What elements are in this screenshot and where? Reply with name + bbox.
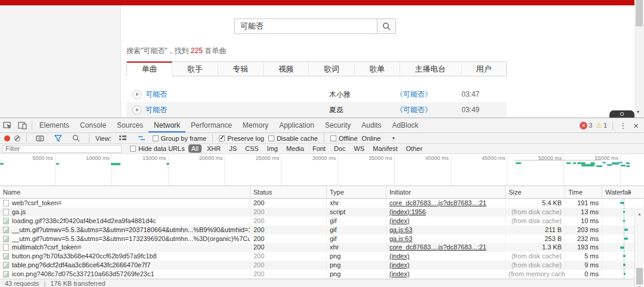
request-row[interactable]: button.png?b70fa33b68e4420ccf62b9d57a9fc… — [0, 252, 644, 261]
scroll-up-icon[interactable]: ▲ — [635, 212, 644, 216]
song-artist[interactable]: 夏磊 — [329, 105, 396, 115]
hide-data-urls-checkbox[interactable]: Hide data URLs — [130, 145, 185, 152]
song-album-link[interactable]: 《可能否》 — [396, 105, 462, 115]
column-header-size[interactable]: Size — [506, 186, 565, 198]
filter-input[interactable] — [2, 145, 122, 153]
warning-badge-icon[interactable]: ⚠ — [596, 122, 602, 129]
initiator-link[interactable]: core_dc87683....js?dc87683...:21 — [389, 243, 487, 251]
type-filter-doc[interactable]: Doc — [331, 144, 349, 153]
tab-用户[interactable]: 用户 — [462, 62, 506, 76]
throttling-dropdown[interactable]: Online ▼ — [362, 135, 396, 142]
tab-单曲[interactable]: 单曲 — [127, 61, 172, 78]
type-filter-css[interactable]: CSS — [242, 144, 262, 153]
requests-scrollbar[interactable]: ▲ ▼ — [634, 211, 644, 287]
group-by-frame-checkbox[interactable]: Group by frame — [153, 135, 206, 142]
capture-screenshots-icon[interactable] — [33, 135, 47, 141]
song-row[interactable]: 可能否木小雅《可能否》03:47 — [126, 87, 507, 102]
request-row[interactable]: table.png?6dcf2df4aa3c86ce643fc2666470e7… — [0, 261, 644, 270]
initiator-link[interactable]: (index):1956 — [389, 208, 426, 215]
page-scrollbar-thumb[interactable] — [636, 0, 643, 26]
type-filter-font[interactable]: Font — [309, 144, 329, 153]
checkbox-icon[interactable] — [330, 135, 336, 141]
column-header-waterfall[interactable]: Waterfall▲ — [602, 186, 644, 198]
type-filter-xhr[interactable]: XHR — [204, 144, 224, 153]
devtools-tab-application[interactable]: Application — [274, 118, 320, 132]
clear-button[interactable] — [14, 135, 20, 141]
record-button[interactable] — [4, 135, 10, 141]
song-album-link[interactable]: 《可能否》 — [396, 90, 462, 100]
request-row[interactable]: loading.gif?338c2f0420af4be1d4d2ea9fa488… — [0, 217, 644, 226]
disable-cache-checkbox[interactable]: Disable cache — [268, 135, 318, 142]
mini-player-tab[interactable] — [609, 110, 634, 118]
song-title-link[interactable]: 可能否 — [145, 105, 167, 115]
type-filter-ws[interactable]: WS — [351, 144, 367, 153]
request-row[interactable]: ga.js200script(index):1956(from disk cac… — [0, 208, 644, 217]
type-filter-js[interactable]: JS — [226, 144, 240, 153]
column-header-time[interactable]: Time — [565, 186, 602, 198]
network-overview-timeline[interactable]: 5000 ms10000 ms15000 ms20000 ms25000 ms3… — [0, 154, 644, 186]
tab-歌单[interactable]: 歌单 — [355, 62, 400, 76]
request-row[interactable]: __utm.gif?utmwv=5.5.3&utms=3&utmn=203718… — [0, 226, 644, 234]
tab-歌词[interactable]: 歌词 — [309, 62, 354, 76]
type-filter-media[interactable]: Media — [283, 144, 307, 153]
column-header-initiator[interactable]: Initiator — [386, 186, 506, 198]
scrollbar-thumb[interactable] — [636, 268, 643, 285]
initiator-link[interactable]: core_dc87683....js?dc87683...:21 — [389, 199, 487, 206]
inspect-element-icon[interactable] — [0, 121, 15, 129]
column-header-name[interactable]: Name — [0, 186, 250, 198]
request-row[interactable]: __utm.gif?utmwv=5.5.3&utms=3&utmn=173239… — [0, 234, 644, 243]
checkbox-checked-icon[interactable] — [219, 135, 225, 141]
checkbox-icon[interactable] — [268, 135, 274, 141]
view-list-icon[interactable] — [116, 135, 130, 141]
devtools-tab-elements[interactable]: Elements — [34, 118, 75, 132]
song-title-link[interactable]: 可能否 — [145, 90, 167, 100]
page-scrollbar[interactable] — [634, 0, 644, 118]
devtools-tab-memory[interactable]: Memory — [237, 118, 274, 132]
devtools-tab-performance[interactable]: Performance — [185, 118, 237, 132]
error-count[interactable]: 3 — [589, 122, 592, 129]
devtools-tab-adblock[interactable]: AdBlock — [387, 118, 424, 132]
view-waterfall-icon[interactable] — [134, 135, 148, 141]
type-filter-other[interactable]: Other — [403, 144, 426, 153]
sort-ascending-icon[interactable]: ▲ — [628, 186, 632, 198]
play-icon[interactable] — [132, 106, 141, 115]
type-filter-all[interactable]: All — [188, 144, 202, 153]
device-toolbar-icon[interactable] — [15, 121, 30, 129]
initiator-link[interactable]: (index) — [389, 270, 410, 277]
song-artist[interactable]: 木小雅 — [329, 90, 396, 100]
devtools-tab-sources[interactable]: Sources — [112, 118, 148, 132]
checkbox-icon[interactable] — [153, 135, 159, 141]
player-caret-icon[interactable]: ▾ — [637, 109, 639, 115]
initiator-link[interactable]: ga.js:63 — [389, 226, 413, 233]
initiator-link[interactable]: (index) — [389, 261, 410, 269]
offline-checkbox[interactable]: Offline — [330, 135, 358, 142]
warning-count[interactable]: 1 — [603, 122, 607, 129]
play-icon[interactable] — [132, 90, 141, 99]
search-button[interactable] — [377, 18, 396, 34]
search-requests-icon[interactable] — [69, 134, 83, 142]
tab-歌手[interactable]: 歌手 — [172, 62, 218, 76]
devtools-tab-console[interactable]: Console — [75, 118, 112, 132]
initiator-link[interactable]: (index) — [389, 217, 410, 224]
type-filter-img[interactable]: Img — [264, 144, 281, 153]
type-filter-manifest[interactable]: Manifest — [370, 144, 401, 153]
checkbox-icon[interactable] — [130, 146, 136, 152]
column-header-status[interactable]: Status — [250, 186, 327, 198]
request-row[interactable]: icon.png?408c7d075c337210a663d57269fe23c… — [0, 270, 644, 279]
devtools-close-icon[interactable]: × — [631, 121, 644, 131]
tab-专辑[interactable]: 专辑 — [218, 62, 264, 76]
request-row[interactable]: web?csrf_token=200xhrcore_dc87683....js?… — [0, 199, 644, 208]
devtools-menu-icon[interactable]: ⋮ — [615, 121, 631, 130]
filter-icon[interactable] — [51, 135, 65, 142]
column-header-type[interactable]: Type — [327, 186, 386, 198]
devtools-tab-audits[interactable]: Audits — [356, 118, 386, 132]
error-badge-icon[interactable]: ✕ — [580, 122, 587, 129]
tab-主播电台[interactable]: 主播电台 — [400, 62, 462, 76]
initiator-link[interactable]: ga.js:63 — [389, 235, 413, 242]
tab-视频[interactable]: 视频 — [264, 62, 309, 76]
devtools-tab-security[interactable]: Security — [320, 118, 356, 132]
song-row[interactable]: 可能否夏磊《可能否》03:49 — [126, 102, 507, 118]
search-input[interactable] — [234, 18, 377, 34]
request-row[interactable]: multimatch?csrf_token=200xhrcore_dc87683… — [0, 243, 644, 252]
devtools-tab-network[interactable]: Network — [148, 118, 185, 132]
